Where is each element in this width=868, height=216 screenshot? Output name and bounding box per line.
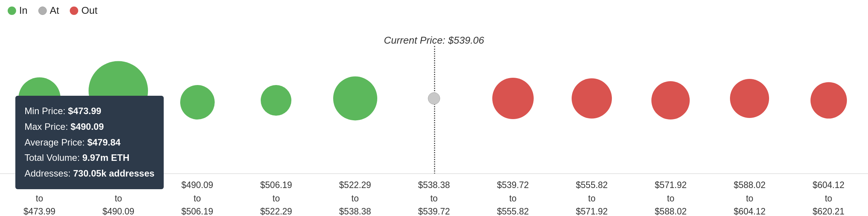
label-col-8: $571.92to$588.02 [631,174,710,216]
label-line2-10: to [825,192,832,205]
bubble-col-8 [631,23,710,174]
label-col-7: $555.82to$571.92 [552,174,631,216]
legend-label-at: At [50,5,59,16]
label-line1-4: $522.29 [339,178,371,192]
label-line1-5: $538.38 [418,178,450,192]
label-line1-2: $490.09 [181,178,213,192]
legend-dot-out [70,7,78,15]
tooltip-addresses-label: Addresses: [25,168,71,178]
bubble-col-7 [552,23,631,174]
label-line2-9: to [746,192,753,205]
label-col-10: $604.12to$620.21 [789,174,868,216]
label-line3-0: $473.99 [23,205,55,216]
bubble-col-3 [237,23,316,174]
label-col-4: $522.29to$538.38 [316,174,395,216]
label-line1-3: $506.19 [260,178,292,192]
label-line2-5: to [430,192,437,205]
label-line3-8: $588.02 [655,205,687,216]
label-line2-1: to [115,192,122,205]
label-col-5: $538.38to$539.72 [395,174,473,216]
label-line2-4: to [352,192,359,205]
bubble-col-5 [395,23,473,174]
bubble-10 [810,82,847,119]
bubble-col-4 [316,23,395,174]
tooltip-volume-label: Total Volume: [25,152,80,163]
tooltip-volume-value: 9.97m ETH [82,152,130,163]
tooltip-addresses-value: 730.05k addresses [73,168,155,178]
legend-label-out: Out [81,5,97,16]
tooltip-avg-label: Average Price: [25,137,85,147]
bubble-col-9 [710,23,789,174]
label-line3-1: $490.09 [102,205,134,216]
tooltip-avg-value: $479.84 [87,137,121,147]
label-line1-6: $539.72 [497,178,529,192]
label-line2-6: to [509,192,516,205]
tooltip-max-value: $490.09 [71,121,104,132]
tooltip-min-label: Min Price: [25,106,66,116]
label-line1-9: $588.02 [734,178,766,192]
bubble-6 [492,78,534,119]
bubble-3 [261,85,291,116]
bubble-9 [730,79,769,118]
legend: In At Out [0,0,105,21]
label-line2-8: to [667,192,674,205]
bubble-7 [572,79,612,119]
label-line3-3: $522.29 [260,205,292,216]
label-line3-4: $538.38 [339,205,371,216]
label-col-9: $588.02to$604.12 [710,174,789,216]
bubble-col-10 [789,23,868,174]
label-line2-0: to [36,192,43,205]
label-col-6: $539.72to$555.82 [473,174,552,216]
bubble-5 [428,92,440,105]
bubble-2 [180,85,215,119]
label-line3-6: $555.82 [497,205,529,216]
label-line2-3: to [273,192,280,205]
label-line2-7: to [588,192,595,205]
label-line3-2: $506.19 [181,205,213,216]
label-col-2: $490.09to$506.19 [158,174,237,216]
legend-item-in: In [8,5,28,16]
tooltip-max-label: Max Price: [25,121,68,132]
legend-label-in: In [19,5,28,16]
label-line3-9: $604.12 [734,205,766,216]
label-line1-7: $555.82 [576,178,608,192]
legend-item-out: Out [70,5,97,16]
chart-area: Current Price: $539.06 $457to$473.99$490… [0,23,868,216]
label-line3-10: $620.21 [812,205,844,216]
bubble-4 [333,77,377,121]
legend-dot-at [38,7,47,15]
bubble-col-2 [158,23,237,174]
label-line1-8: $571.92 [655,178,687,192]
label-line3-7: $571.92 [576,205,608,216]
label-line2-2: to [194,192,201,205]
legend-item-at: At [38,5,59,16]
label-line3-5: $539.72 [418,205,450,216]
tooltip: Min Price: $473.99 Max Price: $490.09 Av… [15,96,164,189]
label-col-3: $506.19to$522.29 [237,174,316,216]
tooltip-min-value: $473.99 [68,106,101,116]
bubble-8 [651,81,690,119]
legend-dot-in [8,7,16,15]
label-line1-10: $604.12 [812,178,844,192]
bubble-col-6 [473,23,552,174]
